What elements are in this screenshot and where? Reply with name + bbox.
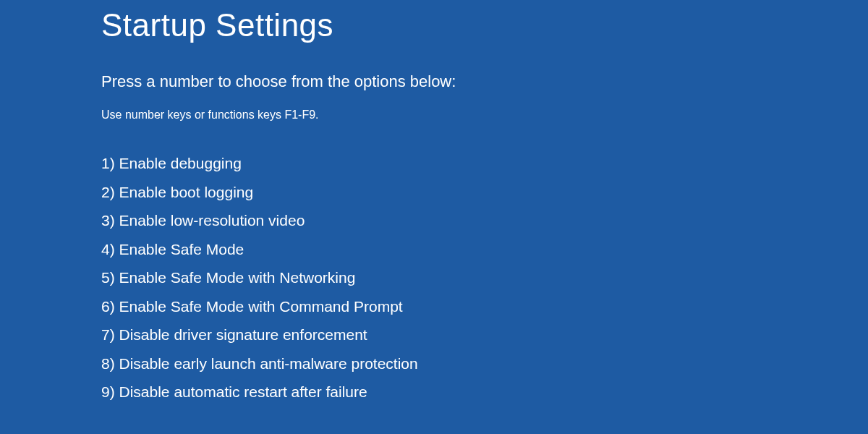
option-enable-safe-mode[interactable]: 4) Enable Safe Mode bbox=[101, 238, 868, 261]
option-enable-safe-mode-networking[interactable]: 5) Enable Safe Mode with Networking bbox=[101, 266, 868, 289]
hint-text: Use number keys or functions keys F1-F9. bbox=[101, 109, 868, 122]
page-title: Startup Settings bbox=[101, 7, 868, 43]
option-enable-low-resolution-video[interactable]: 3) Enable low-resolution video bbox=[101, 209, 868, 232]
instruction-text: Press a number to choose from the option… bbox=[101, 72, 868, 91]
option-disable-auto-restart[interactable]: 9) Disable automatic restart after failu… bbox=[101, 380, 868, 404]
options-list: 1) Enable debugging 2) Enable boot loggi… bbox=[101, 152, 868, 404]
option-disable-driver-signature[interactable]: 7) Disable driver signature enforcement bbox=[101, 323, 868, 346]
option-enable-safe-mode-command-prompt[interactable]: 6) Enable Safe Mode with Command Prompt bbox=[101, 295, 868, 318]
option-disable-anti-malware[interactable]: 8) Disable early launch anti-malware pro… bbox=[101, 352, 868, 375]
option-enable-boot-logging[interactable]: 2) Enable boot logging bbox=[101, 181, 868, 204]
option-enable-debugging[interactable]: 1) Enable debugging bbox=[101, 152, 868, 175]
